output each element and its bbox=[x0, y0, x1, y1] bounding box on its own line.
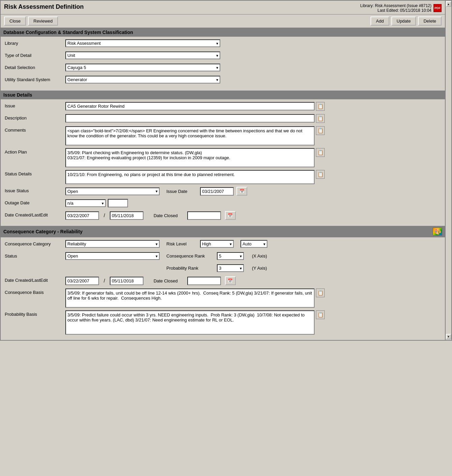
consequence-basis-edit-icon[interactable]: 📋 bbox=[316, 288, 325, 297]
date-created-row: Date Created/LastEdit / Date Closed 📅 bbox=[5, 211, 441, 220]
library-row: Library Risk Assessment bbox=[5, 39, 441, 49]
action-plan-label: Action Plan bbox=[5, 148, 65, 155]
risk-level-select-wrapper[interactable]: High bbox=[200, 240, 234, 248]
utility-standard-select[interactable]: Generator bbox=[65, 76, 220, 83]
probability-basis-edit-icon[interactable]: 📋 bbox=[316, 310, 325, 319]
risk-level-select[interactable]: High bbox=[200, 240, 234, 248]
consequence-status-row: Status Open Consequence Rank bbox=[5, 252, 441, 262]
comments-label: Comments bbox=[5, 126, 65, 133]
issue-date-calendar-button[interactable]: 📅 bbox=[236, 187, 247, 196]
detail-selection-select-wrapper[interactable]: Cayuga 5 bbox=[65, 64, 220, 71]
consequence-status-select-wrapper[interactable]: Open bbox=[65, 252, 160, 260]
type-of-detail-select[interactable]: Unit bbox=[65, 52, 220, 59]
probability-rank-row: Probability Rank 3 (Y Axis) bbox=[5, 264, 441, 274]
action-plan-edit-icon[interactable]: 📋 bbox=[316, 148, 325, 157]
type-of-detail-row: Type of Detail Unit bbox=[5, 52, 441, 61]
consequence-cat-label: Consequence Category bbox=[5, 240, 65, 246]
delete-button[interactable]: Delete bbox=[418, 16, 442, 26]
outage-date-select-wrapper[interactable]: n/a bbox=[65, 199, 106, 207]
date-created-input[interactable] bbox=[65, 211, 99, 220]
probability-rank-empty-label bbox=[5, 264, 65, 266]
consequence-date-created-input[interactable] bbox=[65, 277, 99, 285]
reviewed-button[interactable]: Reviewed bbox=[28, 16, 58, 26]
database-section-header: Database Configuration & Standard System… bbox=[1, 28, 445, 37]
date-lastedit-input[interactable] bbox=[110, 211, 143, 220]
risk-auto-select-wrapper[interactable]: Auto bbox=[240, 240, 267, 248]
comments-edit-icon[interactable]: 📋 bbox=[316, 126, 325, 135]
scroll-down-button[interactable]: ▼ bbox=[446, 334, 451, 339]
consequence-date-closed-input[interactable] bbox=[187, 277, 221, 285]
scrollbar[interactable]: ▲ ▼ bbox=[445, 1, 451, 340]
consequence-rank-select[interactable]: 5 bbox=[217, 252, 244, 260]
probability-basis-textarea[interactable]: 3/5/09: Predict failure could occur with… bbox=[65, 310, 315, 335]
utility-standard-select-wrapper[interactable]: Generator bbox=[65, 76, 220, 83]
status-details-edit-icon[interactable]: 📋 bbox=[316, 170, 325, 179]
window-title: Risk Assessment Definition bbox=[4, 3, 84, 10]
consequence-date-closed-calendar-button[interactable]: 📅 bbox=[225, 276, 236, 285]
consequence-date-closed-label: Date Closed bbox=[154, 278, 184, 283]
issue-row: Issue 📋 bbox=[5, 102, 441, 111]
date-created-label: Date Created/LastEdit bbox=[5, 211, 65, 217]
library-select[interactable]: Risk Assessment bbox=[65, 39, 220, 47]
outage-date-row: Outage Date n/a bbox=[5, 199, 441, 208]
comments-textarea[interactable]: <span class="bold-text">7/2/08:</span> E… bbox=[65, 126, 315, 145]
probability-rank-axis-label: (Y Axis) bbox=[251, 266, 267, 271]
consequence-cat-select[interactable]: Reliability bbox=[65, 240, 160, 248]
detail-selection-label: Detail Selection bbox=[5, 64, 65, 70]
outage-date-select[interactable]: n/a bbox=[65, 199, 106, 207]
consequence-section-content: Consequence Category Reliability Risk Le… bbox=[1, 237, 445, 340]
date-closed-label: Date Closed bbox=[154, 213, 184, 218]
library-select-wrapper[interactable]: Risk Assessment bbox=[65, 39, 220, 47]
action-plan-textarea[interactable]: 3/5/09: Plant checking with Engineering … bbox=[65, 148, 315, 167]
consequence-date-lastedit-input[interactable] bbox=[110, 277, 143, 285]
consequence-cat-row: Consequence Category Reliability Risk Le… bbox=[5, 240, 441, 249]
toolbar: Close Reviewed Add Update Delete bbox=[1, 14, 445, 28]
type-of-detail-select-wrapper[interactable]: Unit bbox=[65, 52, 220, 59]
issue-input[interactable] bbox=[65, 102, 315, 110]
consequence-icon: 🎨 bbox=[433, 228, 442, 236]
issue-label: Issue bbox=[5, 102, 65, 108]
consequence-basis-textarea[interactable]: 3/5/09: If generator fails, unit could b… bbox=[65, 288, 315, 308]
main-window: Risk Assessment Definition Library: Risk… bbox=[0, 0, 452, 341]
action-plan-row: Action Plan 3/5/09: Plant checking with … bbox=[5, 148, 441, 167]
utility-standard-row: Utility Standard System Generator bbox=[5, 76, 441, 85]
add-button[interactable]: Add bbox=[370, 16, 389, 26]
pdf-icon[interactable]: PDF bbox=[433, 4, 442, 12]
status-details-textarea[interactable]: 10/21/10: From Engineering, no plans or … bbox=[65, 170, 315, 184]
consequence-status-select[interactable]: Open bbox=[65, 252, 160, 260]
consequence-rank-axis-label: (X Axis) bbox=[251, 253, 267, 259]
detail-selection-select[interactable]: Cayuga 5 bbox=[65, 64, 220, 71]
status-details-row: Status Details 10/21/10: From Engineerin… bbox=[5, 170, 441, 184]
issue-section-content: Issue 📋 Description bbox=[1, 99, 445, 226]
last-edited: Last Edited: 05/11/2018 10:04 bbox=[360, 8, 431, 13]
probability-rank-select-wrapper[interactable]: 3 bbox=[217, 264, 244, 272]
issue-date-input[interactable] bbox=[200, 187, 234, 196]
issue-status-select-wrapper[interactable]: Open bbox=[65, 188, 160, 195]
probability-rank-select[interactable]: 3 bbox=[217, 264, 244, 272]
status-details-label: Status Details bbox=[5, 170, 65, 176]
utility-standard-label: Utility Standard System bbox=[5, 76, 65, 82]
risk-auto-select[interactable]: Auto bbox=[240, 240, 267, 248]
consequence-date-created-row: Date Created/LastEdit / Date Closed 📅 bbox=[5, 276, 441, 286]
description-label: Description bbox=[5, 114, 65, 121]
consequence-cat-select-wrapper[interactable]: Reliability bbox=[65, 240, 160, 248]
date-closed-calendar-button[interactable]: 📅 bbox=[225, 211, 236, 220]
description-edit-icon[interactable]: 📋 bbox=[316, 114, 325, 123]
consequence-rank-select-wrapper[interactable]: 5 bbox=[217, 252, 244, 260]
scroll-up-button[interactable]: ▲ bbox=[446, 1, 451, 7]
description-input[interactable] bbox=[65, 114, 315, 123]
consequence-basis-label: Consequence Basis bbox=[5, 288, 65, 295]
comments-row: Comments <span class="bold-text">7/2/08:… bbox=[5, 126, 441, 145]
issue-section-header: Issue Details bbox=[1, 91, 445, 99]
consequence-section-header: Consequence Category - Reliability 🎨 bbox=[1, 226, 445, 237]
library-info: Library: Risk Assessment (Issue #8712) bbox=[360, 3, 431, 8]
probability-rank-label: Probability Rank bbox=[166, 266, 210, 271]
issue-edit-icon[interactable]: 📋 bbox=[316, 102, 325, 111]
date-closed-input[interactable] bbox=[187, 211, 221, 220]
outage-date-input[interactable] bbox=[108, 199, 128, 207]
update-button[interactable]: Update bbox=[391, 16, 416, 26]
description-row: Description 📋 bbox=[5, 114, 441, 124]
probability-basis-label: Probability Basis bbox=[5, 310, 65, 317]
issue-status-select[interactable]: Open bbox=[65, 188, 160, 195]
close-button[interactable]: Close bbox=[4, 16, 26, 26]
